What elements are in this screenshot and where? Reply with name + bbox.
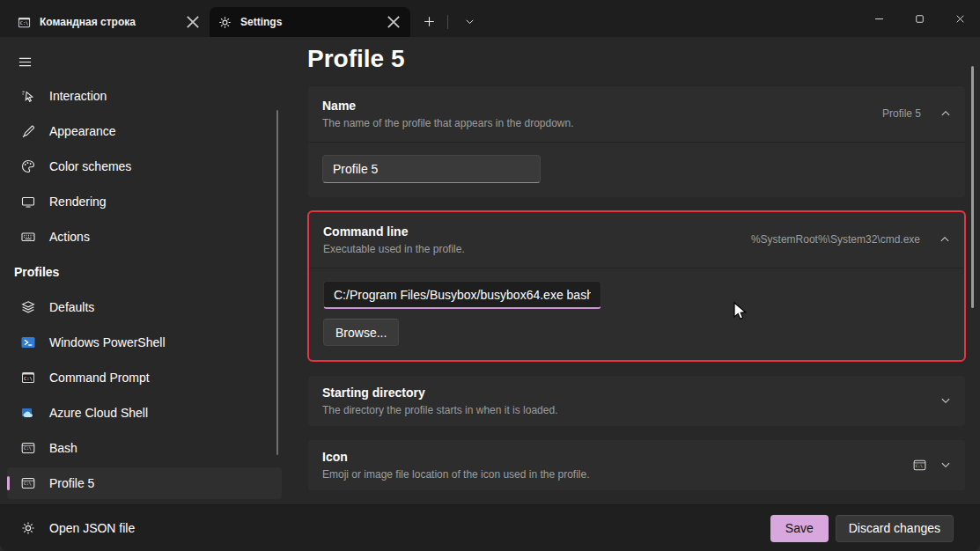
- palette-icon: [21, 159, 35, 173]
- minimize-button[interactable]: [858, 0, 899, 37]
- sidebar: Interaction Appearance Color schemes Ren…: [0, 37, 291, 504]
- icon-card-header[interactable]: Icon Emoji or image file location of the…: [308, 440, 965, 490]
- plus-icon: [424, 16, 435, 27]
- setting-title: Starting directory: [322, 384, 557, 401]
- name-card: Name The name of the profile that appear…: [307, 85, 966, 198]
- name-input[interactable]: [322, 155, 541, 183]
- page-title: Profile 5: [307, 44, 966, 74]
- sidebar-item-label: Rendering: [49, 195, 107, 209]
- sidebar-item-appearance[interactable]: Appearance: [7, 115, 282, 147]
- gear-icon: [21, 521, 35, 535]
- svg-text:C:\: C:\: [24, 446, 32, 451]
- monitor-icon: [21, 195, 35, 209]
- close-tab-icon[interactable]: [384, 12, 403, 32]
- sidebar-item-command-prompt[interactable]: C:\ Command Prompt: [7, 362, 282, 393]
- cmd-icon: C:\: [18, 16, 31, 29]
- discard-changes-button[interactable]: Discard changes: [836, 515, 954, 542]
- icon-card: Icon Emoji or image file location of the…: [307, 439, 966, 491]
- sidebar-item-label: Actions: [49, 230, 90, 244]
- pointer-icon: [21, 89, 35, 103]
- name-card-header[interactable]: Name The name of the profile that appear…: [308, 86, 965, 142]
- command-line-input[interactable]: [323, 281, 601, 309]
- tab-settings[interactable]: Settings: [210, 7, 410, 37]
- setting-current-value: %SystemRoot%\System32\cmd.exe: [751, 233, 920, 246]
- tab-label: Командная строка: [40, 16, 183, 28]
- open-json-file-button[interactable]: Open JSON file: [14, 512, 142, 544]
- app-window: C:\ Командная строка Settings: [0, 0, 980, 551]
- minimize-icon: [874, 14, 884, 24]
- sidebar-item-interaction[interactable]: Interaction: [7, 80, 282, 112]
- open-json-file-label: Open JSON file: [49, 521, 135, 535]
- setting-subtitle: Executable used in the profile.: [323, 242, 465, 256]
- settings-content: Profile 5 Name The name of the profile t…: [291, 37, 980, 504]
- sidebar-item-label: Bash: [49, 441, 77, 455]
- cloud-icon: [21, 406, 35, 420]
- sidebar-item-label: Command Prompt: [49, 371, 150, 385]
- sidebar-nav: Interaction Appearance Color schemes Ren…: [0, 80, 282, 503]
- browse-button[interactable]: Browse...: [323, 319, 399, 346]
- pen-icon: [21, 124, 35, 138]
- tab-label: Settings: [240, 16, 384, 28]
- layers-icon: [21, 300, 35, 314]
- command-line-card-header[interactable]: Command line Executable used in the prof…: [309, 212, 964, 268]
- sidebar-item-rendering[interactable]: Rendering: [7, 186, 282, 217]
- settings-card-stack: Name The name of the profile that appear…: [307, 85, 966, 504]
- selection-indicator: [7, 476, 10, 490]
- terminal-icon: C:\: [21, 441, 35, 455]
- tab-strip: C:\ Командная строка Settings: [0, 0, 858, 37]
- footer-bar: Open JSON file Save Discard changes: [0, 504, 980, 551]
- tab-command-prompt[interactable]: C:\ Командная строка: [9, 7, 210, 37]
- close-button[interactable]: [939, 0, 980, 37]
- keyboard-icon: [21, 230, 35, 244]
- chevron-down-icon[interactable]: [940, 459, 951, 470]
- setting-title: Name: [322, 97, 574, 114]
- sidebar-item-label: Appearance: [49, 124, 116, 138]
- tab-dropdown-button[interactable]: [456, 8, 483, 34]
- svg-text:C:\: C:\: [916, 463, 923, 467]
- sidebar-item-actions[interactable]: Actions: [7, 221, 282, 253]
- starting-directory-card-header[interactable]: Starting directory The directory the pro…: [308, 376, 965, 426]
- new-tab-button[interactable]: [416, 8, 442, 34]
- sidebar-item-bash[interactable]: C:\ Bash: [7, 432, 282, 464]
- sidebar-scrollbar[interactable]: [276, 110, 278, 455]
- close-icon: [955, 14, 965, 24]
- sidebar-item-label: Color schemes: [49, 159, 131, 173]
- sidebar-item-label: Interaction: [49, 89, 107, 103]
- chevron-up-icon[interactable]: [939, 234, 950, 245]
- close-tab-icon[interactable]: [183, 12, 203, 32]
- sidebar-item-windows-powershell[interactable]: Windows PowerShell: [7, 327, 282, 358]
- chevron-up-icon[interactable]: [940, 108, 951, 119]
- content-scrollbar[interactable]: [971, 66, 974, 308]
- sidebar-item-defaults[interactable]: Defaults: [7, 291, 282, 323]
- sidebar-item-label: Profile 5: [49, 476, 94, 490]
- setting-current-value: Profile 5: [882, 107, 921, 120]
- sidebar-item-label: Defaults: [49, 300, 94, 314]
- maximize-button[interactable]: [899, 0, 939, 37]
- svg-text:C:\: C:\: [24, 376, 33, 381]
- setting-title: Icon: [322, 448, 590, 466]
- gear-icon: [218, 16, 232, 29]
- cmd-icon: C:\: [21, 371, 35, 385]
- powershell-icon: [21, 335, 35, 349]
- setting-subtitle: The name of the profile that appears in …: [322, 116, 574, 130]
- chevron-down-icon[interactable]: [940, 395, 951, 406]
- setting-title: Command line: [323, 223, 465, 240]
- sidebar-item-label: Azure Cloud Shell: [49, 406, 148, 420]
- save-button[interactable]: Save: [770, 515, 829, 542]
- sidebar-item-profile-5[interactable]: C:\ Profile 5: [7, 467, 282, 499]
- sidebar-item-label: Windows PowerShell: [49, 335, 166, 349]
- hamburger-menu-button[interactable]: [7, 46, 42, 77]
- terminal-icon: C:\: [913, 459, 926, 472]
- tab-separator: [447, 15, 448, 29]
- sidebar-item-color-schemes[interactable]: Color schemes: [7, 151, 282, 182]
- sidebar-item-azure-cloud-shell[interactable]: Azure Cloud Shell: [7, 397, 282, 429]
- hamburger-icon: [18, 55, 32, 69]
- svg-text:C:\: C:\: [20, 20, 28, 26]
- setting-subtitle: Emoji or image file location of the icon…: [322, 467, 590, 481]
- command-line-card: Command line Executable used in the prof…: [307, 210, 966, 362]
- setting-subtitle: The directory the profile starts in when…: [322, 403, 557, 417]
- titlebar[interactable]: C:\ Командная строка Settings: [0, 0, 980, 37]
- profiles-section-header: Profiles: [7, 256, 282, 288]
- starting-directory-card: Starting directory The directory the pro…: [307, 375, 966, 427]
- chevron-down-icon: [465, 17, 475, 26]
